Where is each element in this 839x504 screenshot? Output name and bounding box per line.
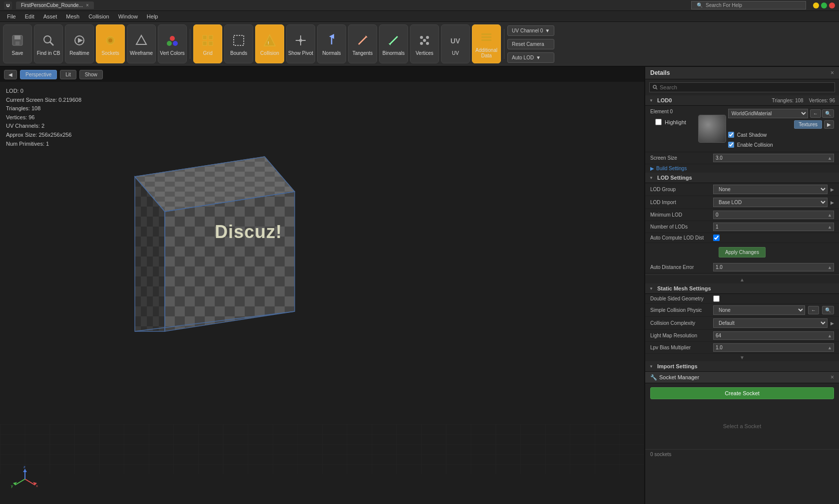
search-bar[interactable]: 🔍 Search For Help: [691, 1, 806, 9]
svg-rect-16: [209, 41, 213, 45]
menu-file[interactable]: File: [3, 12, 20, 20]
collapse-arrow-center[interactable]: ▲: [645, 276, 839, 283]
toolbar-grid[interactable]: Grid: [193, 24, 222, 63]
tab-close[interactable]: ×: [86, 2, 89, 8]
num-lods-spin[interactable]: ▲: [826, 225, 834, 230]
show-btn[interactable]: Show: [79, 70, 103, 79]
auto-compute-lod-checkbox[interactable]: [713, 235, 720, 241]
lit-btn[interactable]: Lit: [60, 70, 76, 79]
lpv-bias-input[interactable]: ▲: [713, 343, 834, 352]
auto-dist-error-input[interactable]: ▲: [713, 263, 834, 271]
menu-collision[interactable]: Collision: [84, 12, 113, 20]
light-map-resolution-input[interactable]: ▲: [713, 331, 834, 340]
static-mesh-settings-header[interactable]: ▼ Static Mesh Settings: [645, 283, 839, 294]
lod-import-dropdown[interactable]: Base LOD: [713, 198, 828, 207]
textures-button[interactable]: Textures: [794, 120, 822, 129]
toolbar-sockets[interactable]: Sockets: [96, 24, 125, 63]
close-button[interactable]: [829, 2, 835, 8]
wireframe-label: Wireframe: [130, 50, 153, 56]
toolbar-uv[interactable]: UV UV: [441, 24, 470, 63]
lpv-bias-value[interactable]: [714, 344, 826, 351]
auto-dist-error-spin[interactable]: ▲: [826, 265, 834, 270]
cube-container: [75, 117, 325, 341]
cast-shadow-checkbox[interactable]: [728, 132, 734, 138]
toolbar-wireframe[interactable]: Wireframe: [127, 24, 156, 63]
screen-size-spin-up[interactable]: ▲: [826, 156, 834, 161]
menu-window[interactable]: Window: [114, 12, 142, 20]
simple-collision-arrow[interactable]: ←: [808, 306, 819, 314]
lod-import-expand[interactable]: ▶: [831, 200, 834, 205]
material-search[interactable]: 🔍: [822, 109, 834, 118]
stat-lod: LOD: 0: [6, 87, 81, 96]
menu-mesh[interactable]: Mesh: [62, 12, 83, 20]
toolbar-vert-colors[interactable]: Vert Colors: [158, 24, 187, 63]
light-map-resolution-value[interactable]: [714, 332, 826, 339]
enable-collision-row: Enable Collision: [728, 142, 834, 148]
toolbar-binormals[interactable]: Binormals: [379, 24, 408, 63]
reset-camera-btn[interactable]: Reset Camera: [507, 39, 554, 49]
toolbar-vertices[interactable]: Vertices: [410, 24, 439, 63]
vert-colors-label: Vert Colors: [160, 50, 184, 56]
toolbar-normals[interactable]: Normals: [317, 24, 346, 63]
screen-size-value[interactable]: [714, 154, 826, 162]
minimum-lod-input[interactable]: ▲: [713, 211, 834, 219]
viewport[interactable]: ◀ Perspective Lit Show LOD: 0 Current Sc…: [0, 67, 644, 504]
auto-dist-error-value[interactable]: [714, 263, 826, 271]
material-expand[interactable]: ▶: [824, 120, 834, 129]
toolbar-bounds[interactable]: Bounds: [224, 24, 253, 63]
simple-collision-search[interactable]: 🔍: [822, 306, 834, 314]
maximize-button[interactable]: [821, 2, 827, 8]
num-lods-input[interactable]: ▲: [713, 223, 834, 231]
perspective-btn[interactable]: Perspective: [20, 70, 57, 79]
details-search[interactable]: [649, 82, 835, 92]
light-map-resolution-spin[interactable]: ▲: [826, 333, 834, 338]
toolbar-collision[interactable]: ! Collision: [255, 24, 284, 63]
screen-size-input[interactable]: ▲: [713, 154, 834, 162]
svg-point-12: [173, 41, 178, 46]
minimize-button[interactable]: [813, 2, 819, 8]
double-sided-checkbox[interactable]: [713, 295, 720, 302]
import-settings-header[interactable]: ▼ Import Settings: [645, 361, 839, 372]
static-mesh-collapse[interactable]: ▼: [645, 354, 839, 361]
uv-channel-dropdown[interactable]: UV Channel 0 ▼: [507, 25, 554, 36]
menu-edit[interactable]: Edit: [21, 12, 38, 20]
toolbar-tangents[interactable]: Tangents: [348, 24, 377, 63]
create-socket-btn[interactable]: Create Socket: [650, 387, 834, 399]
toolbar-additional-data[interactable]: Additional Data: [472, 24, 501, 63]
highlight-checkbox[interactable]: [655, 119, 662, 125]
socket-manager-close[interactable]: ×: [831, 374, 834, 381]
find-cb-label: Find in CB: [37, 50, 60, 56]
num-lods-value[interactable]: [714, 223, 826, 231]
app-tab[interactable]: FirstPersonCube_Rounde... ×: [16, 1, 94, 9]
auto-lod-dropdown[interactable]: Auto LOD ▼: [507, 52, 554, 63]
lod0-section-header[interactable]: ▼ LOD0 Triangles: 108 Vertices: 96: [645, 95, 839, 106]
collision-complexity-expand[interactable]: ▶: [831, 321, 834, 326]
enable-collision-checkbox[interactable]: [728, 142, 734, 148]
toolbar-realtime[interactable]: Realtime: [65, 24, 94, 63]
lod-settings-header[interactable]: ▼ LOD Settings: [645, 173, 839, 183]
simple-collision-dropdown[interactable]: None: [713, 305, 805, 315]
menu-asset[interactable]: Asset: [39, 12, 61, 20]
toolbar-find-cb[interactable]: Find in CB: [34, 24, 63, 63]
collision-complexity-dropdown[interactable]: Default: [713, 318, 828, 328]
save-label: Save: [12, 50, 23, 56]
details-close[interactable]: ×: [831, 69, 834, 76]
lod-group-dropdown[interactable]: None: [713, 185, 828, 194]
toolbar-show-pivot[interactable]: Show Pivot: [286, 24, 315, 63]
normals-label: Normals: [322, 50, 341, 56]
minimum-lod-spin[interactable]: ▲: [826, 213, 834, 218]
svg-marker-65: [23, 469, 27, 472]
toolbar-save[interactable]: Save: [3, 24, 32, 63]
menu-help[interactable]: Help: [143, 12, 162, 20]
lod-group-expand[interactable]: ▶: [831, 187, 834, 192]
apply-changes-btn[interactable]: Apply Changes: [719, 247, 766, 257]
viewport-nav-btn[interactable]: ◀: [4, 70, 17, 79]
material-name-dropdown[interactable]: WorldGridMaterial: [728, 109, 808, 118]
material-arrow-back[interactable]: ←: [810, 109, 821, 118]
minimum-lod-value[interactable]: [714, 211, 826, 219]
build-settings-row[interactable]: ▶ Build Settings: [645, 164, 839, 173]
search-input[interactable]: [660, 84, 832, 90]
collision-complexity-label: Collision Complexity: [650, 320, 710, 326]
grid-floor: [0, 424, 644, 474]
lpv-bias-spin[interactable]: ▲: [826, 345, 834, 350]
